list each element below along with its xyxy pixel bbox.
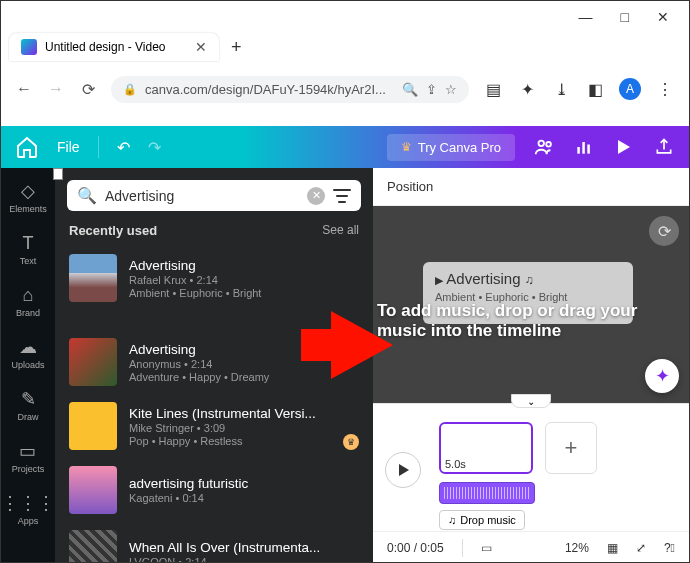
reload-icon[interactable]: ⟳ bbox=[79, 80, 97, 98]
track-thumbnail bbox=[69, 338, 117, 386]
share-icon[interactable]: ⇪ bbox=[426, 82, 437, 97]
track-list: Advertising Rafael Krux • 2:14 Ambient •… bbox=[55, 246, 373, 563]
add-clip-button[interactable]: + bbox=[545, 422, 597, 474]
home-icon[interactable] bbox=[15, 135, 39, 159]
track-item[interactable]: advertising futuristic Kagateni • 0:14 bbox=[55, 458, 373, 522]
url-text: canva.com/design/DAFuY-1594k/hyAr2I... bbox=[145, 82, 386, 97]
panel-icon[interactable]: ◧ bbox=[585, 79, 605, 99]
card-icon[interactable]: ▤ bbox=[483, 79, 503, 99]
track-item[interactable]: Advertising Rafael Krux • 2:14 Ambient •… bbox=[55, 246, 373, 310]
refresh-icon[interactable]: ⟳ bbox=[649, 216, 679, 246]
search-icon: 🔍 bbox=[77, 186, 97, 205]
window-close[interactable]: ✕ bbox=[657, 9, 669, 25]
track-thumbnail bbox=[69, 530, 117, 563]
layout-icon[interactable]: ▭ bbox=[481, 541, 492, 555]
svg-rect-2 bbox=[577, 147, 580, 154]
tab-title: Untitled design - Video bbox=[45, 40, 187, 54]
timeline: ⌄ 5.0s + ♫Drop music 0:00 / 0:05 ▭ 12% bbox=[373, 403, 689, 563]
window-maximize[interactable]: □ bbox=[621, 9, 629, 25]
clear-icon[interactable]: ✕ bbox=[307, 187, 325, 205]
file-menu[interactable]: File bbox=[57, 139, 80, 155]
sidebar-item-text[interactable]: TText bbox=[17, 232, 39, 266]
window-minimize[interactable]: — bbox=[579, 9, 593, 25]
shapes-icon: ◇ bbox=[17, 180, 39, 202]
time-display: 0:00 / 0:05 bbox=[387, 541, 444, 555]
try-pro-button[interactable]: ♛ Try Canva Pro bbox=[387, 134, 515, 161]
app-header: File ↶ ↷ ♛ Try Canva Pro bbox=[1, 126, 689, 168]
drop-music-slot[interactable]: ♫Drop music bbox=[439, 510, 525, 530]
grid-icon[interactable]: ▦ bbox=[607, 541, 618, 555]
lock-icon: 🔒 bbox=[123, 83, 137, 96]
left-rail: ◇Elements TText ⌂Brand ☁Uploads ✎Draw ▭P… bbox=[1, 168, 55, 563]
timeline-status-bar: 0:00 / 0:05 ▭ 12% ▦ ⤢ ?⃝ bbox=[373, 531, 689, 563]
canvas[interactable]: ⟳ ▶ Advertising ♫ Ambient • Euphoric • B… bbox=[373, 206, 689, 403]
magic-button[interactable]: ✦ bbox=[645, 359, 679, 393]
drop-instruction: To add music, drop or drag your music in… bbox=[377, 301, 685, 341]
search-in-page-icon[interactable]: 🔍 bbox=[402, 82, 418, 97]
extensions-icon[interactable]: ✦ bbox=[517, 79, 537, 99]
audio-panel: 🔍 ✕ Recently used See all Advertising Ra… bbox=[55, 168, 373, 563]
crown-icon: ♛ bbox=[401, 140, 412, 154]
sidebar-item-draw[interactable]: ✎Draw bbox=[17, 388, 39, 422]
toolbar: ← → ⟳ 🔒 canva.com/design/DAFuY-1594k/hyA… bbox=[1, 65, 689, 113]
audio-clip[interactable] bbox=[439, 482, 535, 504]
people-icon[interactable] bbox=[533, 136, 555, 158]
pencil-icon: ✎ bbox=[17, 388, 39, 410]
filter-icon[interactable] bbox=[333, 189, 351, 203]
new-tab-button[interactable]: + bbox=[231, 37, 242, 58]
text-icon: T bbox=[17, 232, 39, 254]
sidebar-item-apps[interactable]: ⋮⋮⋮Apps bbox=[17, 492, 39, 526]
tab-strip: Untitled design - Video ✕ + bbox=[1, 29, 689, 65]
zoom-level[interactable]: 12% bbox=[565, 541, 589, 555]
window-controls: — □ ✕ bbox=[1, 1, 689, 29]
help-icon[interactable]: ?⃝ bbox=[664, 541, 675, 555]
back-icon[interactable]: ← bbox=[15, 80, 33, 98]
star-icon[interactable]: ☆ bbox=[445, 82, 457, 97]
cloud-icon: ☁ bbox=[17, 336, 39, 358]
play-button[interactable] bbox=[613, 136, 635, 158]
browser-tab[interactable]: Untitled design - Video ✕ bbox=[9, 33, 219, 61]
sidebar-item-elements[interactable]: ◇Elements bbox=[9, 180, 47, 214]
sidebar-item-projects[interactable]: ▭Projects bbox=[12, 440, 45, 474]
fullscreen-icon[interactable]: ⤢ bbox=[636, 541, 646, 555]
folder-icon: ▭ bbox=[17, 440, 39, 462]
analytics-icon[interactable] bbox=[573, 136, 595, 158]
annotation-arrow-icon bbox=[331, 311, 393, 379]
timeline-play-button[interactable] bbox=[385, 452, 421, 488]
pro-badge-icon: ♛ bbox=[343, 434, 359, 450]
canvas-area: Position ⟳ ▶ Advertising ♫ Ambient • Eup… bbox=[373, 168, 689, 563]
redo-button[interactable]: ↷ bbox=[148, 138, 161, 157]
music-note-icon: ♫ bbox=[448, 514, 456, 526]
search-input[interactable] bbox=[105, 188, 299, 204]
forward-icon[interactable]: → bbox=[47, 80, 65, 98]
undo-button[interactable]: ↶ bbox=[117, 138, 130, 157]
section-title: Recently used bbox=[69, 223, 157, 238]
svg-rect-3 bbox=[582, 142, 585, 154]
chevron-down-icon[interactable]: ⌄ bbox=[511, 394, 551, 408]
see-all-link[interactable]: See all bbox=[322, 223, 359, 238]
downloads-icon[interactable]: ⤓ bbox=[551, 79, 571, 99]
browser-chrome: — □ ✕ Untitled design - Video ✕ + ← → ⟳ … bbox=[1, 1, 689, 126]
panel-splitter[interactable] bbox=[53, 168, 63, 180]
address-bar[interactable]: 🔒 canva.com/design/DAFuY-1594k/hyAr2I...… bbox=[111, 76, 469, 103]
svg-rect-4 bbox=[587, 145, 590, 154]
svg-point-0 bbox=[539, 141, 545, 147]
track-thumbnail bbox=[69, 466, 117, 514]
apps-icon: ⋮⋮⋮ bbox=[17, 492, 39, 514]
kebab-icon[interactable]: ⋮ bbox=[655, 79, 675, 99]
svg-point-1 bbox=[546, 142, 551, 147]
close-icon[interactable]: ✕ bbox=[195, 39, 207, 55]
search-box[interactable]: 🔍 ✕ bbox=[67, 180, 361, 211]
sidebar-item-brand[interactable]: ⌂Brand bbox=[16, 284, 40, 318]
brand-icon: ⌂ bbox=[17, 284, 39, 306]
track-item[interactable]: When All Is Over (Instrumenta... LVGOON … bbox=[55, 522, 373, 563]
track-item[interactable]: Kite Lines (Instrumental Versi... Mike S… bbox=[55, 394, 373, 458]
sidebar-item-uploads[interactable]: ☁Uploads bbox=[11, 336, 44, 370]
canva-favicon-icon bbox=[21, 39, 37, 55]
profile-avatar[interactable]: A bbox=[619, 78, 641, 100]
video-clip[interactable]: 5.0s bbox=[439, 422, 533, 474]
share-button[interactable] bbox=[653, 136, 675, 158]
track-thumbnail bbox=[69, 254, 117, 302]
position-button[interactable]: Position bbox=[373, 168, 689, 206]
section-header: Recently used See all bbox=[55, 223, 373, 246]
